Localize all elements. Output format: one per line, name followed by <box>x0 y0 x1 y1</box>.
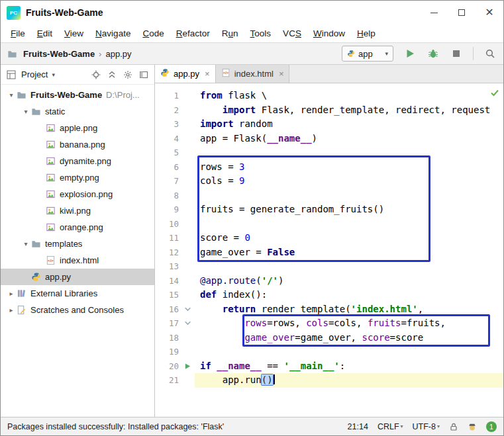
chevron-right-icon[interactable]: ▸ <box>6 290 17 297</box>
inspections-ok-icon[interactable] <box>490 88 499 97</box>
menu-run[interactable]: Run <box>216 26 244 40</box>
line-ending-widget[interactable]: CRLF▾ <box>378 422 403 431</box>
menu-window[interactable]: Window <box>307 26 351 40</box>
chevron-down-icon[interactable]: ▾ <box>21 108 31 115</box>
tree-item-kiwi.png[interactable]: kiwi.png <box>1 202 154 219</box>
hide-panel-button[interactable] <box>138 69 150 81</box>
tab-app.py[interactable]: app.py× <box>155 65 216 83</box>
menu-view[interactable]: View <box>58 26 89 40</box>
code-text[interactable] <box>195 217 503 232</box>
code-text[interactable] <box>195 345 503 359</box>
line-number: 17 <box>155 316 183 331</box>
code-text[interactable]: import Flask, render_template, redirect,… <box>195 103 503 118</box>
tree-item-orange.png[interactable]: orange.png <box>1 219 154 236</box>
code-text[interactable]: app = Flask(__name__) <box>195 132 503 146</box>
close-button[interactable]: ✕ <box>476 1 503 24</box>
maximize-button[interactable] <box>448 1 476 24</box>
breadcrumb-separator: › <box>96 49 104 59</box>
locate-file-button[interactable] <box>90 69 102 81</box>
inspector-profile-icon[interactable] <box>468 422 477 431</box>
code-text[interactable] <box>195 189 503 203</box>
code-line-20: 20if __name__ == '__main__': <box>155 359 503 374</box>
line-number: 20 <box>155 359 183 374</box>
text-caret <box>274 374 275 384</box>
code-text[interactable]: rows = 3 <box>195 160 503 175</box>
breadcrumb-item[interactable]: app.py <box>104 49 132 59</box>
tree-item-app.py[interactable]: app.py <box>1 269 154 285</box>
tree-item-banana.png[interactable]: banana.png <box>1 136 154 153</box>
tab-index.html[interactable]: </>index.html× <box>216 65 290 83</box>
run-button[interactable] <box>403 47 417 60</box>
menu-tools[interactable]: Tools <box>244 26 277 40</box>
tree-item-external-libraries[interactable]: ▸External Libraries <box>1 285 154 302</box>
code-line-8: 8 <box>155 189 503 203</box>
run-config-selector[interactable]: app ▾ <box>342 46 393 62</box>
code-text[interactable]: cols = 9 <box>195 174 503 189</box>
code-text[interactable]: from flask \ <box>195 89 503 103</box>
lock-icon[interactable] <box>449 422 458 431</box>
tree-item-dynamite.png[interactable]: dynamite.png <box>1 153 154 169</box>
close-tab-icon[interactable]: × <box>277 69 284 79</box>
minimize-button[interactable] <box>420 1 448 24</box>
chevron-down-icon[interactable]: ▾ <box>21 240 31 247</box>
code-text[interactable] <box>195 146 503 160</box>
node-label: Scratches and Consoles <box>30 305 124 315</box>
code-line-14: 14@app.route('/') <box>155 274 503 288</box>
tree-item-explosion.png[interactable]: explosion.png <box>1 186 154 202</box>
fold-icon[interactable] <box>183 302 195 317</box>
encoding-widget[interactable]: UTF-8▾ <box>413 422 440 431</box>
node-path-suffix: D:\Proj... <box>106 90 140 100</box>
tree-item-fruits-web-game[interactable]: ▾Fruits-Web-GameD:\Proj... <box>1 87 154 103</box>
chevron-right-icon[interactable]: ▸ <box>6 306 17 314</box>
code-text[interactable]: return render_template('index.html', <box>195 302 503 317</box>
code-text[interactable]: fruits = generate_random_fruits() <box>195 202 503 217</box>
chevron-down-icon[interactable]: ▾ <box>52 71 55 78</box>
tree-item-empty.png[interactable]: empty.png <box>1 169 154 186</box>
line-number: 14 <box>155 274 183 288</box>
line-number: 3 <box>155 117 183 132</box>
code-text[interactable]: game_over=game_over, score=score <box>195 331 503 345</box>
editor[interactable]: 1from flask \2 import Flask, render_temp… <box>155 83 503 417</box>
caret-position-widget[interactable]: 21:14 <box>348 422 368 431</box>
stop-button[interactable] <box>450 47 463 60</box>
project-view-icon <box>5 69 17 81</box>
collapse-all-button[interactable] <box>106 69 118 81</box>
tree-item-index.html[interactable]: </>index.html <box>1 252 154 269</box>
code-text[interactable]: app.run() <box>195 373 503 388</box>
breadcrumb-item[interactable]: Fruits-Web-Game <box>22 49 96 59</box>
fold-strip <box>183 373 195 388</box>
tree-item-static[interactable]: ▾static <box>1 103 154 120</box>
chevron-down-icon[interactable]: ▾ <box>6 91 17 99</box>
menu-edit[interactable]: Edit <box>31 26 58 40</box>
fold-icon[interactable] <box>183 316 195 331</box>
code-text[interactable] <box>195 259 503 274</box>
code-line-7: 7cols = 9 <box>155 174 503 189</box>
project-panel-title[interactable]: Project <box>21 69 48 79</box>
code-text[interactable]: rows=rows, cols=cols, fruits=fruits, <box>195 316 503 331</box>
line-number: 15 <box>155 288 183 302</box>
menu-navigate[interactable]: Navigate <box>89 26 136 40</box>
close-tab-icon[interactable]: × <box>203 69 210 79</box>
menu-vcs[interactable]: VCS <box>277 26 307 40</box>
code-text[interactable]: score = 0 <box>195 231 503 245</box>
search-everywhere-button[interactable] <box>483 47 497 60</box>
code-text[interactable]: game_over = False <box>195 245 503 260</box>
status-message[interactable]: Packages installed successfully: Install… <box>7 422 224 431</box>
menu-refactor[interactable]: Refactor <box>170 26 216 40</box>
menu-file[interactable]: File <box>5 26 31 40</box>
fold-strip <box>183 103 195 118</box>
run-gutter-icon[interactable] <box>183 359 195 374</box>
notification-badge[interactable]: 1 <box>486 421 497 432</box>
tree-item-scratches-and-consoles[interactable]: ▸Scratches and Consoles <box>1 302 154 318</box>
menu-code[interactable]: Code <box>136 26 170 40</box>
settings-gear-button[interactable] <box>122 69 134 81</box>
tree-item-apple.png[interactable]: apple.png <box>1 120 154 136</box>
code-text[interactable]: import random <box>195 117 503 132</box>
toolbar-divider <box>473 47 474 60</box>
code-text[interactable]: def index(): <box>195 288 503 302</box>
debug-button[interactable] <box>427 47 440 60</box>
menu-help[interactable]: Help <box>351 26 381 40</box>
code-text[interactable]: if __name__ == '__main__': <box>195 359 503 374</box>
tree-item-templates[interactable]: ▾templates <box>1 236 154 252</box>
code-text[interactable]: @app.route('/') <box>195 274 503 288</box>
